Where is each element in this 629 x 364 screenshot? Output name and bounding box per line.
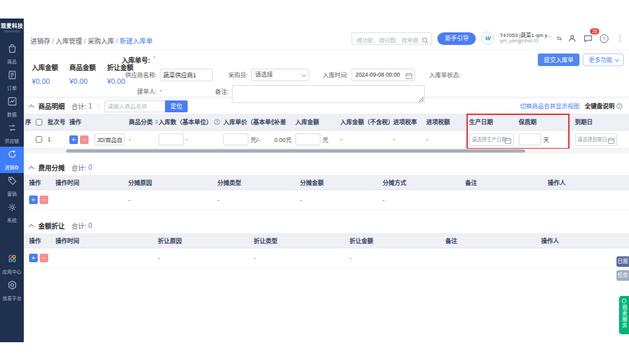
total-count: 1 bbox=[89, 102, 92, 110]
separator: | bbox=[97, 102, 99, 110]
sidebar-item-label: 进销存 bbox=[5, 164, 19, 170]
product-name-input[interactable] bbox=[94, 133, 125, 145]
service-widget[interactable]: 观麦服务 bbox=[619, 296, 629, 334]
supplier-input[interactable] bbox=[160, 69, 213, 81]
user-info[interactable]: T47053 |蔬菜1-qm y... qm_yangjinhai 01 bbox=[500, 32, 551, 44]
sidebar-item-supply-chain[interactable]: 供应链 bbox=[0, 120, 24, 147]
total-label: 合计: bbox=[71, 101, 87, 111]
col-action: 操作 bbox=[29, 178, 56, 187]
col-actions: 操作 bbox=[69, 118, 94, 126]
breadcrumb-item-current: 新建入库单 bbox=[114, 38, 153, 45]
shelf-life-input[interactable] bbox=[519, 133, 541, 145]
qty-input[interactable] bbox=[159, 133, 184, 145]
sidebar-item-marketing[interactable]: 营销 bbox=[0, 173, 24, 200]
user-line2: qm_yangjinhai 01 bbox=[500, 38, 551, 44]
breadcrumb-item[interactable]: 采购入库 bbox=[82, 38, 114, 45]
info-icon[interactable] bbox=[214, 119, 220, 125]
remark-label: 备注: bbox=[212, 87, 232, 103]
sidebar-item-data[interactable]: 数据 bbox=[0, 94, 24, 120]
keyboard-help-link[interactable]: 全键盘说明 bbox=[585, 102, 622, 110]
collapse-caret-icon[interactable] bbox=[28, 166, 34, 171]
scrollbar-thumb[interactable] bbox=[66, 149, 525, 153]
select-all-checkbox[interactable] bbox=[36, 119, 42, 126]
row-checkbox[interactable] bbox=[36, 136, 42, 143]
batch-cell: 1 bbox=[48, 136, 69, 143]
sidebar-item-goods[interactable]: 商品 bbox=[0, 41, 24, 67]
creator-value: - bbox=[160, 87, 162, 96]
production-date-cell: 请选择生产日期 bbox=[469, 133, 519, 146]
supplier-label: 供应商名称: bbox=[122, 71, 160, 81]
global-search-input[interactable] bbox=[352, 34, 431, 46]
row-actions-cell: + − bbox=[29, 254, 56, 262]
col-amount: 分摊金额 bbox=[300, 178, 383, 187]
switch-view-link[interactable]: 切换商品合并显示视图 bbox=[520, 102, 579, 110]
global-search bbox=[352, 32, 432, 45]
col-makeup: 补差 bbox=[274, 118, 295, 126]
product-table: 序 批次号 操作 商品分类 入库数（基本单位） 入库单价（基本单位） 补差 入库… bbox=[24, 114, 629, 153]
task-tag[interactable]: 任务 bbox=[616, 270, 629, 281]
breadcrumb-item[interactable]: 入库管理 bbox=[50, 38, 82, 45]
workbench-icon[interactable] bbox=[567, 33, 577, 44]
expense-table-header: 操作 操作时间 分摊原因 分摊类型 分摊金额 分摊方式 备注 操作人 bbox=[24, 175, 629, 190]
col-production-date: 生产日期 bbox=[469, 118, 519, 126]
col-amount-notax: 入库金额（不含税） bbox=[340, 118, 393, 126]
section-title: 金额折让 bbox=[38, 221, 65, 231]
service-label: 观麦服务 bbox=[620, 305, 628, 328]
daily-report-tag[interactable]: 日报 bbox=[616, 256, 629, 267]
col-qty: 入库数（基本单位） bbox=[159, 118, 223, 126]
category-cell: - bbox=[129, 136, 159, 143]
more-functions-button[interactable]: 更多功能 bbox=[583, 54, 624, 66]
bag-icon bbox=[7, 44, 17, 56]
tax-amount-cell: - bbox=[426, 136, 469, 143]
avatar[interactable]: W bbox=[481, 32, 494, 45]
messages-icon[interactable]: 25 bbox=[583, 33, 593, 44]
inbound-time-picker[interactable]: 2024-09-08 00:00 bbox=[352, 69, 415, 81]
sidebar-item-system[interactable]: 系统 bbox=[0, 200, 24, 226]
tax-rate-cell: - bbox=[393, 136, 426, 143]
col-type: 分摊类型 bbox=[217, 178, 300, 187]
sidebar-item-info-platform[interactable]: 信息平台 bbox=[0, 277, 24, 304]
submit-order-button[interactable]: 提交入库单 bbox=[538, 54, 579, 66]
col-batch: 批次号 bbox=[48, 118, 69, 126]
remove-row-button[interactable]: − bbox=[40, 254, 48, 262]
remark-textarea[interactable] bbox=[232, 85, 425, 103]
tag-icon bbox=[7, 176, 17, 188]
price-input[interactable] bbox=[223, 133, 248, 145]
col-op-time: 操作时间 bbox=[56, 237, 158, 245]
chart-icon bbox=[7, 96, 17, 109]
more-menu-icon[interactable]: ⋮ bbox=[614, 33, 625, 44]
col-reason: 分摊原因 bbox=[128, 178, 217, 187]
message-badge: 25 bbox=[590, 28, 599, 34]
remove-row-button[interactable]: − bbox=[80, 135, 89, 144]
sidebar-item-inventory[interactable]: 进销存 bbox=[0, 147, 24, 173]
add-row-button[interactable]: + bbox=[29, 254, 38, 262]
type-cell: - bbox=[254, 255, 350, 262]
guide-button[interactable]: 新手引导 bbox=[437, 32, 476, 45]
col-remark: 备注 bbox=[465, 178, 548, 187]
amount-input[interactable] bbox=[295, 133, 320, 145]
reason-cell: - bbox=[158, 255, 254, 262]
expense-table-row: + − - - - - bbox=[24, 190, 629, 210]
sidebar-item-app-center[interactable]: 应用中心 bbox=[0, 251, 24, 277]
method-cell: - bbox=[383, 197, 465, 203]
summary-stats: 入库金额 ¥0.00 商品金额 ¥0.00 折让金额 ¥0.00 bbox=[32, 62, 133, 85]
add-row-button[interactable]: + bbox=[29, 196, 38, 204]
add-row-button[interactable]: + bbox=[69, 135, 78, 144]
sidebar-item-orders[interactable]: 订单 bbox=[0, 67, 24, 94]
expire-date-picker[interactable]: 请选择到期日 bbox=[575, 133, 617, 146]
switch-account-icon[interactable]: ⇆ bbox=[556, 35, 562, 42]
col-category[interactable]: 商品分类 bbox=[129, 118, 159, 126]
logo: 观麦科技 bbox=[0, 18, 24, 41]
sidebar-item-label: 供应链 bbox=[5, 137, 19, 144]
collapse-caret-icon[interactable] bbox=[28, 224, 34, 229]
amount-cell: - bbox=[350, 255, 445, 262]
remove-row-button[interactable]: − bbox=[40, 196, 48, 204]
total-count: 0 bbox=[89, 222, 92, 229]
gear-icon bbox=[7, 202, 17, 215]
headset-icon bbox=[622, 299, 626, 303]
help-icon[interactable]: ? bbox=[599, 33, 609, 44]
collapse-caret-icon[interactable] bbox=[28, 104, 34, 110]
breadcrumb-item[interactable]: 进销存 bbox=[30, 38, 50, 45]
production-date-picker[interactable]: 请选择生产日期 bbox=[469, 133, 514, 146]
buyer-select[interactable]: 请选择 bbox=[251, 69, 309, 81]
